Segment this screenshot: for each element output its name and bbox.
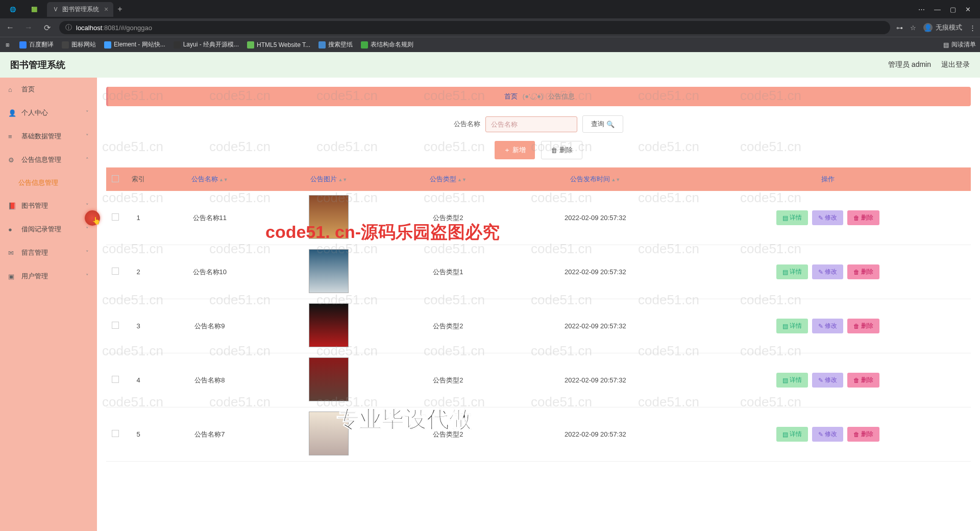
add-button[interactable]: ＋ 新增 <box>495 141 535 159</box>
bell-icon: ⚙ <box>8 156 16 164</box>
delete-button[interactable]: 🗑删除 <box>847 264 879 279</box>
table-row: 3 公告名称9 公告类型2 2022-02-09 20:57:32 ▤详情 ✎修… <box>106 299 971 353</box>
batch-delete-button[interactable]: 🗑 删除 <box>541 141 582 159</box>
delete-button[interactable]: 🗑删除 <box>847 373 879 388</box>
cell-thumbnail[interactable] <box>309 303 349 347</box>
sidebar-subitem[interactable]: 公告信息管理 <box>0 172 97 194</box>
sidebar-item-home[interactable]: ⌂首页 <box>0 78 97 101</box>
window-maximize-icon[interactable]: ▢ <box>950 6 956 13</box>
sidebar-item-msg[interactable]: ✉留言管理˅ <box>0 241 97 264</box>
cell-thumbnail[interactable] <box>309 412 349 455</box>
bookmark-item[interactable]: 百度翻译 <box>19 40 54 49</box>
home-icon: ⌂ <box>8 86 16 93</box>
browser-tab[interactable]: 🌐 <box>4 3 24 16</box>
window-more-icon[interactable]: ⋯ <box>918 6 925 13</box>
breadcrumb: 首页 (●'◡'●) 公告信息 <box>106 87 971 106</box>
col-type[interactable]: 公告类型▲▼ <box>390 167 506 191</box>
reload-button[interactable]: ⟳ <box>41 23 53 33</box>
row-checkbox[interactable] <box>112 376 119 383</box>
msg-icon: ✉ <box>8 249 16 257</box>
incognito-badge: 👤 无痕模式 <box>923 23 962 32</box>
apps-icon[interactable]: ⊞ <box>4 41 11 49</box>
cursor-icon: 👆 <box>92 216 101 225</box>
window-close-icon[interactable]: ✕ <box>965 6 971 13</box>
main-content: 首页 (●'◡'●) 公告信息 公告名称 查询 🔍 ＋ 新增 🗑 <box>97 78 980 531</box>
cell-thumbnail[interactable] <box>309 249 349 293</box>
star-icon[interactable]: ☆ <box>910 24 916 32</box>
url-bar[interactable]: ⓘ localhost :8081 /#/gonggao <box>59 21 890 34</box>
favicon: V <box>52 6 59 13</box>
reading-list-button[interactable]: ▤ 阅读清单 <box>943 40 976 49</box>
detail-button[interactable]: ▤详情 <box>776 319 808 333</box>
menu-icon[interactable]: ⋮ <box>969 24 976 32</box>
chevron-down-icon: ˅ <box>86 250 89 256</box>
detail-button[interactable]: ▤详情 <box>776 210 808 225</box>
edit-button[interactable]: ✎修改 <box>812 210 843 225</box>
detail-button[interactable]: ▤详情 <box>776 264 808 279</box>
trash-icon: 🗑 <box>551 147 557 154</box>
row-checkbox[interactable] <box>112 322 119 329</box>
cell-time: 2022-02-09 20:57:32 <box>506 407 685 462</box>
cell-thumbnail[interactable] <box>309 357 349 401</box>
chevron-down-icon: ˅ <box>86 226 89 233</box>
bookmark-icon <box>104 41 111 49</box>
bookmark-item[interactable]: Layui - 经典开源模... <box>174 40 239 49</box>
sidebar-item-dot[interactable]: ●借阅记录管理˅ <box>0 218 97 241</box>
row-checkbox[interactable] <box>112 213 119 221</box>
sidebar-item-users[interactable]: ▣用户管理˅ <box>0 264 97 288</box>
bookmark-item[interactable]: Element - 网站快... <box>104 40 165 49</box>
col-name[interactable]: 公告名称▲▼ <box>152 167 267 191</box>
edit-icon: ✎ <box>818 269 823 276</box>
site-info-icon[interactable]: ⓘ <box>65 23 72 32</box>
delete-button[interactable]: 🗑删除 <box>847 319 879 333</box>
new-tab-button[interactable]: + <box>113 5 126 14</box>
back-button[interactable]: ← <box>4 23 16 32</box>
bookmark-icon <box>318 41 326 49</box>
cell-thumbnail[interactable] <box>309 195 349 239</box>
edit-button[interactable]: ✎修改 <box>812 427 843 442</box>
window-minimize-icon[interactable]: — <box>934 6 941 13</box>
logout-button[interactable]: 退出登录 <box>941 60 970 69</box>
detail-button[interactable]: ▤详情 <box>776 427 808 442</box>
search-input[interactable] <box>485 116 577 132</box>
close-tab-icon[interactable]: × <box>104 5 108 13</box>
col-time[interactable]: 公告发布时间▲▼ <box>506 167 685 191</box>
col-index: 索引 <box>125 167 152 191</box>
row-checkbox[interactable] <box>112 430 119 437</box>
bookmark-item[interactable]: 表结构命名规则 <box>361 40 413 49</box>
users-icon: ▣ <box>8 273 16 280</box>
app-title: 图书管理系统 <box>10 59 65 71</box>
sidebar-item-bell[interactable]: ⚙公告信息管理˄ <box>0 148 97 172</box>
edit-icon: ✎ <box>818 431 823 438</box>
cell-time: 2022-02-09 20:57:32 <box>506 353 685 407</box>
url-host: localhost <box>76 24 102 32</box>
bookmark-item[interactable]: HTML5 Website T... <box>247 40 310 49</box>
edit-button[interactable]: ✎修改 <box>812 319 843 333</box>
sidebar-item-user[interactable]: 👤个人中心˅ <box>0 101 97 125</box>
forward-button[interactable]: → <box>22 23 35 32</box>
browser-tab[interactable]: V图书管理系统× <box>47 2 113 17</box>
row-checkbox[interactable] <box>112 268 119 275</box>
sidebar-item-book[interactable]: 📕图书管理˅ <box>0 194 97 218</box>
edit-button[interactable]: ✎修改 <box>812 264 843 279</box>
list-icon: ≡ <box>8 133 16 140</box>
col-image[interactable]: 公告图片▲▼ <box>267 167 390 191</box>
breadcrumb-home[interactable]: 首页 <box>504 92 518 100</box>
delete-icon: 🗑 <box>853 431 860 438</box>
sidebar-item-list[interactable]: ≡基础数据管理˅ <box>0 125 97 148</box>
browser-tab[interactable]: 🟩 <box>26 3 46 16</box>
delete-button[interactable]: 🗑删除 <box>847 210 879 225</box>
bookmark-item[interactable]: 搜索壁纸 <box>318 40 353 49</box>
select-all-checkbox[interactable] <box>112 175 119 182</box>
edit-button[interactable]: ✎修改 <box>812 373 843 388</box>
delete-button[interactable]: 🗑删除 <box>847 427 879 442</box>
bookmark-item[interactable]: 图标网站 <box>62 40 96 49</box>
cell-type: 公告类型2 <box>390 299 506 353</box>
key-icon[interactable]: ⊶ <box>896 24 903 32</box>
admin-label[interactable]: 管理员 admin <box>888 60 931 69</box>
table-row: 5 公告名称7 公告类型2 2022-02-09 20:57:32 ▤详情 ✎修… <box>106 407 971 462</box>
browser-chrome: 🌐🟩V图书管理系统× + ⋯ — ▢ ✕ ← → ⟳ ⓘ localhost :… <box>0 0 980 52</box>
query-button[interactable]: 查询 🔍 <box>582 115 623 133</box>
cell-index: 3 <box>125 299 152 353</box>
detail-button[interactable]: ▤详情 <box>776 373 808 388</box>
